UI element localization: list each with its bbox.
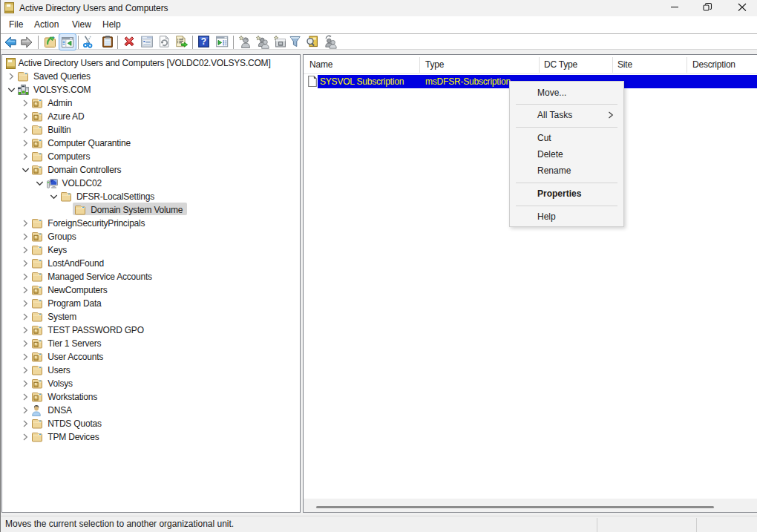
svg-text:?: ? xyxy=(201,36,206,47)
